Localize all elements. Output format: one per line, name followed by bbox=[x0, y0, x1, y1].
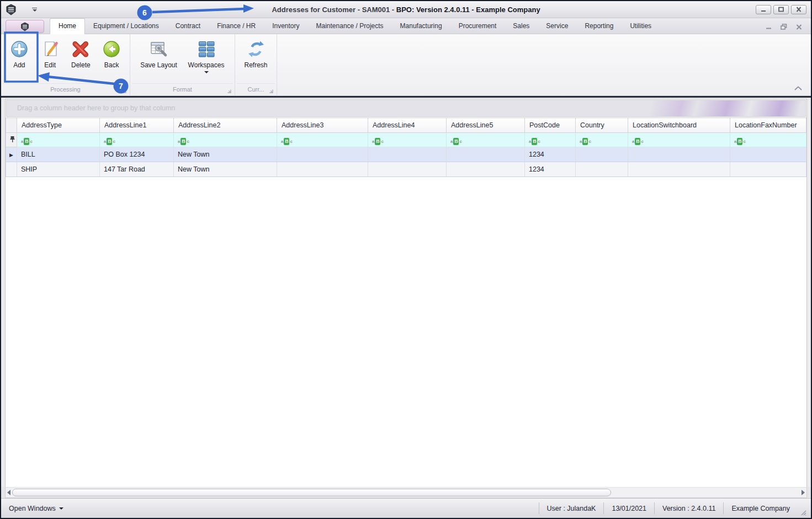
horizontal-scrollbar[interactable] bbox=[5, 487, 807, 498]
app-window: Addresses for Customer - SAM001 - BPO: V… bbox=[0, 0, 812, 519]
delete-icon bbox=[71, 40, 90, 58]
tab-sales[interactable]: Sales bbox=[505, 19, 538, 34]
cell-addressline3[interactable] bbox=[277, 162, 368, 177]
application-menu-button[interactable] bbox=[6, 20, 44, 33]
filter-row-indicator bbox=[6, 133, 17, 147]
filter-cell-country[interactable]: aBc bbox=[576, 133, 628, 147]
cell-country[interactable] bbox=[576, 162, 628, 177]
mdi-close-icon[interactable] bbox=[796, 24, 802, 30]
dialog-launcher-icon[interactable] bbox=[269, 89, 273, 93]
dialog-launcher-icon[interactable] bbox=[227, 89, 231, 93]
pin-icon bbox=[10, 136, 15, 143]
ribbon-group-processing: Add Edit bbox=[1, 34, 130, 95]
cell-postcode[interactable]: 1234 bbox=[525, 147, 576, 162]
workspaces-icon bbox=[197, 40, 216, 58]
tab-equipment-locations[interactable]: Equipment / Locations bbox=[85, 19, 167, 34]
cell-postcode[interactable]: 1234 bbox=[525, 162, 576, 177]
close-button[interactable] bbox=[791, 5, 806, 14]
resize-grip-icon[interactable] bbox=[799, 508, 806, 516]
mdi-minimize-icon[interactable] bbox=[766, 24, 772, 29]
column-header-addressline5[interactable]: AddressLine5 bbox=[447, 118, 525, 133]
scrollbar-track[interactable] bbox=[12, 489, 800, 496]
cell-addressline5[interactable] bbox=[447, 162, 525, 177]
scrollbar-thumb[interactable] bbox=[12, 489, 611, 496]
column-header-postcode[interactable]: PostCode bbox=[525, 118, 576, 133]
scroll-right-icon[interactable] bbox=[802, 490, 805, 495]
filter-cell-addressline1[interactable]: aBc bbox=[100, 133, 174, 147]
cell-locationfaxnumber[interactable] bbox=[730, 162, 806, 177]
minimize-button[interactable] bbox=[756, 5, 771, 14]
tab-inventory[interactable]: Inventory bbox=[264, 19, 307, 34]
cell-addressline1[interactable]: 147 Tar Road bbox=[100, 162, 174, 177]
cell-addressline4[interactable] bbox=[368, 162, 447, 177]
workspaces-button[interactable]: Workspaces bbox=[183, 37, 230, 73]
tab-manufacturing[interactable]: Manufacturing bbox=[392, 19, 450, 34]
back-button[interactable]: Back bbox=[96, 37, 127, 69]
edit-button[interactable]: Edit bbox=[35, 37, 66, 69]
tab-utilities[interactable]: Utilities bbox=[622, 19, 660, 34]
filter-cell-locationfaxnumber[interactable]: aBc bbox=[730, 133, 806, 147]
tab-procurement[interactable]: Procurement bbox=[450, 19, 505, 34]
tab-reporting[interactable]: Reporting bbox=[576, 19, 622, 34]
cell-locationswitchboard[interactable] bbox=[628, 162, 730, 177]
mdi-restore-icon[interactable] bbox=[781, 24, 787, 30]
filter-cell-addressline4[interactable]: aBc bbox=[368, 133, 447, 147]
filter-cell-addressline2[interactable]: aBc bbox=[174, 133, 277, 147]
column-header-addressline3[interactable]: AddressLine3 bbox=[277, 118, 368, 133]
cell-locationswitchboard[interactable] bbox=[628, 147, 730, 162]
cell-country[interactable] bbox=[576, 147, 628, 162]
tab-contract[interactable]: Contract bbox=[167, 19, 209, 34]
scroll-left-icon[interactable] bbox=[7, 490, 10, 495]
open-windows-button[interactable]: Open Windows bbox=[9, 505, 63, 512]
delete-button[interactable]: Delete bbox=[66, 37, 97, 69]
cell-addressline1[interactable]: PO Box 1234 bbox=[100, 147, 174, 162]
column-header-addressline1[interactable]: AddressLine1 bbox=[100, 118, 174, 133]
row-arrow-icon: ▶ bbox=[9, 152, 13, 158]
group-by-bar[interactable]: Drag a column header here to group by th… bbox=[6, 100, 806, 117]
filter-cell-postcode[interactable]: aBc bbox=[525, 133, 576, 147]
maximize-button[interactable] bbox=[773, 5, 789, 14]
back-icon bbox=[102, 40, 121, 58]
tab-finance-hr[interactable]: Finance / HR bbox=[209, 19, 264, 34]
filter-cell-addressline5[interactable]: aBc bbox=[447, 133, 525, 147]
table-row-bill[interactable]: ▶ BILL PO Box 1234 New Town 1234 bbox=[6, 147, 806, 162]
add-button[interactable]: Add bbox=[4, 37, 35, 69]
cell-locationfaxnumber[interactable] bbox=[730, 147, 806, 162]
table-row-ship[interactable]: SHIP 147 Tar Road New Town 1234 bbox=[6, 162, 806, 177]
header-row: AddressType AddressLine1 AddressLine2 Ad… bbox=[6, 118, 806, 133]
cell-addressline2[interactable]: New Town bbox=[174, 147, 277, 162]
cell-addressline5[interactable] bbox=[447, 147, 525, 162]
add-icon bbox=[10, 40, 29, 58]
column-header-locationswitchboard[interactable]: LocationSwitchboard bbox=[628, 118, 730, 133]
filter-cell-locationswitchboard[interactable]: aBc bbox=[628, 133, 730, 147]
column-header-addressline4[interactable]: AddressLine4 bbox=[368, 118, 447, 133]
cell-addresstype[interactable]: SHIP bbox=[17, 162, 100, 177]
save-layout-button[interactable]: Save Layout bbox=[135, 37, 183, 69]
filter-cell-addressline3[interactable]: aBc bbox=[277, 133, 368, 147]
cell-addressline2[interactable]: New Town bbox=[174, 162, 277, 177]
cell-addresstype[interactable]: BILL bbox=[17, 147, 100, 162]
filter-cell-addresstype[interactable]: aBc bbox=[17, 133, 100, 147]
workspaces-dropdown-icon bbox=[204, 71, 209, 73]
quick-access-customize-icon[interactable] bbox=[32, 8, 37, 12]
tab-home[interactable]: Home bbox=[50, 18, 85, 34]
dialog-launcher-icon[interactable] bbox=[122, 89, 126, 93]
edit-button-label: Edit bbox=[44, 61, 56, 69]
column-header-country[interactable]: Country bbox=[576, 118, 628, 133]
column-header-locationfaxnumber[interactable]: LocationFaxNumber bbox=[730, 118, 806, 133]
collapse-ribbon-icon[interactable] bbox=[793, 84, 803, 91]
tab-service[interactable]: Service bbox=[538, 19, 576, 34]
cell-addressline4[interactable] bbox=[368, 147, 447, 162]
selected-row-indicator: ▶ bbox=[6, 147, 17, 162]
ribbon-tabs: Home Equipment / Locations Contract Fina… bbox=[50, 18, 660, 34]
window-title-primary: Addresses for Customer - SAM001 - bbox=[272, 6, 396, 14]
cell-addressline3[interactable] bbox=[277, 147, 368, 162]
window-title-secondary: BPO: Version 2.4.0.11 - Example Company bbox=[396, 6, 540, 14]
refresh-button[interactable]: Refresh bbox=[241, 37, 272, 69]
tab-maintenance-projects[interactable]: Maintenance / Projects bbox=[308, 19, 392, 34]
status-bar: Open Windows User : JulandaK 13/01/2021 … bbox=[1, 498, 811, 518]
row-indicator bbox=[6, 162, 17, 177]
column-header-addresstype[interactable]: AddressType bbox=[17, 118, 100, 133]
row-indicator-header bbox=[6, 118, 17, 133]
column-header-addressline2[interactable]: AddressLine2 bbox=[174, 118, 277, 133]
